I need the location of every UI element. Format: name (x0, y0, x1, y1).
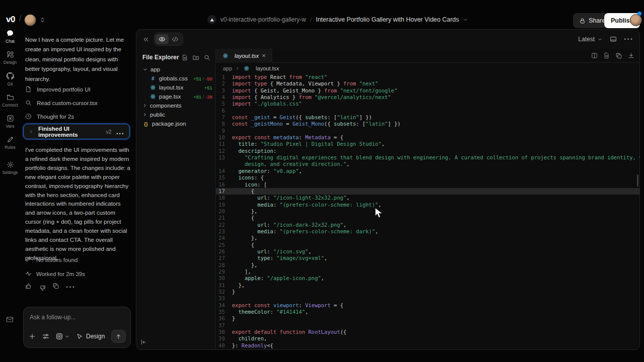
collapse-panel-icon[interactable] (142, 36, 149, 43)
line-number: 38 (216, 329, 232, 335)
code-line: 16 icon: [ (216, 182, 639, 188)
wrench-icon (25, 256, 32, 263)
follow-up-composer[interactable]: Design (23, 307, 131, 348)
sidebar-item-vars[interactable]: Vars (0, 115, 20, 129)
sidebar-item-settings[interactable]: Settings (0, 161, 20, 175)
version-selector[interactable]: Latest (578, 36, 603, 43)
new-folder-icon[interactable] (193, 54, 199, 61)
code-text: type: "image/svg+xml", (232, 255, 328, 261)
media-source-icon[interactable] (56, 333, 63, 340)
chevron-down-icon[interactable] (64, 334, 70, 339)
sidebar-item-connect[interactable]: Connect (0, 94, 20, 108)
collapse-sidebar-icon[interactable] (140, 339, 147, 345)
scrollbar-thumb[interactable] (637, 174, 638, 187)
chevron-right-icon[interactable] (29, 129, 34, 134)
line-number: 21 (216, 215, 232, 221)
code-editor[interactable]: layout.tsx × app layout.tsx 1import type… (216, 49, 639, 349)
attach-plus-icon[interactable] (29, 333, 36, 340)
file-action-icon[interactable] (603, 52, 610, 59)
step-item[interactable]: Read custom-cursor.tsx (25, 96, 132, 110)
step-item[interactable]: Improved portfolio UI (25, 82, 132, 96)
diff-stats: +81 / -28 (193, 94, 212, 100)
react-file-icon (149, 84, 156, 90)
line-number: 14 (216, 168, 232, 174)
design-mode-button[interactable]: Design (76, 333, 105, 340)
version-label: Latest (578, 36, 595, 43)
chevron-down-icon[interactable] (463, 17, 468, 23)
sidebar-item-label: Settings (3, 170, 18, 175)
tree-item-components[interactable]: components (136, 101, 215, 110)
tab-label: layout.tsx (234, 53, 259, 59)
more-actions-button[interactable]: ··· (66, 283, 75, 292)
sidebar-item-label: Design (4, 60, 17, 65)
code-text: ], (232, 268, 251, 275)
user-avatar[interactable] (630, 14, 642, 26)
tree-item-app[interactable]: app (136, 65, 215, 74)
task-more-button[interactable]: ... (116, 127, 124, 136)
sidebar-item-rules[interactable]: Rules (0, 136, 20, 150)
tree-item-public[interactable]: public (136, 110, 215, 119)
code-text: }: Readonly<{ (232, 342, 273, 349)
code-text: url: "/icon.svg", (232, 248, 311, 255)
line-number: 3 (216, 87, 232, 94)
tree-item-globals-css[interactable]: #globals.css+51 / -50 (136, 74, 215, 83)
project-name[interactable]: v0-interactive-portfolio-gallery-w (220, 16, 306, 23)
line-number: 7 (216, 114, 232, 121)
download-icon[interactable] (628, 52, 634, 59)
vars-icon (7, 115, 14, 122)
tab-layout-tsx[interactable]: layout.tsx × (216, 49, 272, 63)
composer-toolbar: Design (29, 330, 126, 343)
thumbs-down-icon[interactable] (39, 283, 46, 292)
breadcrumb-folder[interactable]: app (223, 65, 232, 71)
code-text: }, (232, 282, 245, 289)
code-toggle-button[interactable] (169, 34, 182, 44)
breadcrumb-separator: / (310, 16, 312, 24)
chevron-down-icon (142, 67, 148, 72)
send-button[interactable] (111, 330, 126, 343)
sidebar-item-design[interactable]: Design (0, 51, 20, 65)
finished-task-card[interactable]: Finished UI improvements v2 ... (23, 124, 130, 139)
code-line: 20 }, (216, 208, 639, 215)
settings-sliders-icon[interactable] (42, 333, 49, 340)
code-text: export default function RootLayout({ (232, 329, 347, 335)
chat-title[interactable]: Interactive Portfolio Gallery with Hover… (316, 16, 459, 23)
more-options-button[interactable]: ··· (624, 35, 633, 44)
line-number: 26 (216, 248, 232, 255)
code-line: 17 { (216, 188, 639, 195)
vercel-triangle-icon[interactable] (207, 15, 216, 24)
code-line: 38export default function RootLayout({ (216, 329, 639, 335)
mail-icon[interactable] (6, 316, 14, 323)
workspace-switcher-icon[interactable] (39, 17, 46, 23)
sidebar-item-label: Connect (2, 103, 18, 108)
tree-item-package-json[interactable]: {}package.json (136, 119, 215, 128)
tree-item-page-tsx[interactable]: page.tsx+81 / -28 (136, 92, 215, 101)
tree-item-layout-tsx[interactable]: layout.tsx+51 (136, 83, 215, 92)
breadcrumb-file[interactable]: layout.tsx (256, 65, 279, 71)
pencil-icon (7, 136, 14, 143)
line-number: 35 (216, 309, 232, 315)
preview-toggle-button[interactable] (155, 34, 169, 44)
search-icon[interactable] (204, 54, 210, 61)
line-number: 23 (216, 228, 232, 235)
line-number: 18 (216, 195, 232, 201)
v0-logo[interactable]: v0 (6, 15, 15, 25)
step-item[interactable]: Thought for 2s (25, 110, 132, 123)
workspace-avatar[interactable] (24, 14, 36, 26)
new-file-icon[interactable] (182, 54, 188, 61)
sidebar-item-git[interactable]: Git (0, 72, 20, 86)
code-line: 6 (216, 108, 639, 114)
sidebar-item-chat[interactable]: Chat (0, 29, 20, 44)
thumbs-up-icon[interactable] (25, 283, 32, 292)
folder-name: public (150, 112, 165, 118)
line-number: 33 (216, 295, 232, 302)
copy-icon[interactable] (615, 52, 622, 59)
browser-window-icon[interactable] (610, 36, 617, 43)
follow-up-input[interactable] (30, 314, 124, 321)
code-content[interactable]: 1import type React from "react"2import t… (216, 74, 639, 349)
split-view-icon[interactable] (591, 52, 598, 59)
design-icon (7, 51, 14, 58)
close-tab-icon[interactable]: × (262, 52, 266, 59)
code-text: import { Analytics } from "@vercel/analy… (232, 94, 391, 101)
copy-icon[interactable] (52, 283, 59, 292)
task-steps: Improved portfolio UIRead custom-cursor.… (25, 82, 132, 123)
